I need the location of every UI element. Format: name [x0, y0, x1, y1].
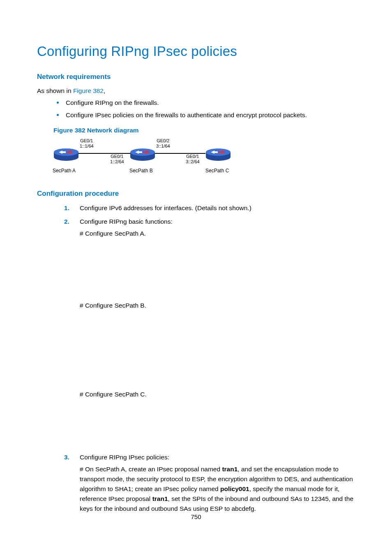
step-item: Configure IPv6 addresses for interfaces.…	[37, 203, 355, 213]
proposal-name: tran1	[222, 466, 238, 473]
step-text: Configure IPv6 addresses for interfaces.…	[80, 204, 251, 211]
step-text: Configure RIPng IPsec policies:	[80, 454, 169, 461]
list-item-text: Configure IPsec policies on the firewall…	[66, 111, 307, 118]
iface-name: GE0/1	[80, 138, 94, 144]
intro-suffix: ,	[104, 87, 105, 94]
network-diagram: GE0/1 1::1/64 GE0/1 1::2/64 GE0/2 3::1/6…	[53, 138, 355, 176]
iface-addr: 1::2/64	[110, 159, 124, 165]
list-item: Configure IPsec policies on the firewall…	[53, 110, 355, 120]
svg-point-9	[206, 148, 231, 156]
iface-addr: 1::1/64	[80, 144, 94, 149]
router-icon	[130, 147, 155, 160]
step3-paragraph: # On SecPath A, create an IPsec proposal…	[80, 464, 355, 514]
router-icon	[205, 147, 231, 160]
text-run: # On SecPath A, create an IPsec proposal…	[80, 466, 222, 473]
iface-name: GE0/1	[186, 154, 200, 159]
figure-caption: Figure 382 Network diagram	[53, 125, 355, 135]
sub-instruction: # Configure SecPath A.	[80, 229, 355, 238]
iface-name: GE0/2	[156, 138, 170, 144]
list-item: Configure RIPng on the firewalls.	[53, 98, 355, 107]
intro-text: As shown in Figure 382,	[37, 86, 355, 95]
policy-name: policy001	[220, 485, 249, 492]
figure-382-link[interactable]: Figure 382	[73, 87, 104, 94]
svg-point-6	[130, 148, 155, 156]
step-item: Configure RIPng basic functions: # Confi…	[37, 217, 355, 448]
sub-instruction: # Configure SecPath C.	[80, 389, 355, 399]
iface-addr: 3::2/64	[186, 159, 200, 165]
section-configuration-procedure-heading: Configuration procedure	[37, 188, 355, 199]
device-label: SecPath B	[129, 167, 153, 174]
intro-prefix: As shown in	[37, 87, 73, 94]
iface-addr: 3::1/64	[156, 144, 170, 149]
router-icon	[53, 147, 79, 160]
sub-instruction: # Configure SecPath B.	[80, 301, 355, 310]
proposal-name: tran1	[152, 495, 168, 502]
device-label: SecPath A	[53, 167, 76, 174]
page-title: Configuring RIPng IPsec policies	[37, 41, 355, 62]
step-text: Configure RIPng basic functions:	[80, 218, 173, 225]
configuration-steps: Configure IPv6 addresses for interfaces.…	[37, 203, 355, 514]
device-label: SecPath C	[205, 167, 229, 174]
iface-name: GE0/1	[110, 154, 124, 159]
list-item-text: Configure RIPng on the firewalls.	[66, 99, 159, 106]
page-number: 750	[0, 512, 392, 522]
step-item: Configure RIPng IPsec policies: # On Sec…	[37, 452, 355, 514]
svg-point-3	[54, 148, 78, 156]
section-network-requirements-heading: Network requirements	[37, 72, 355, 82]
requirements-list: Configure RIPng on the firewalls. Config…	[53, 98, 355, 120]
